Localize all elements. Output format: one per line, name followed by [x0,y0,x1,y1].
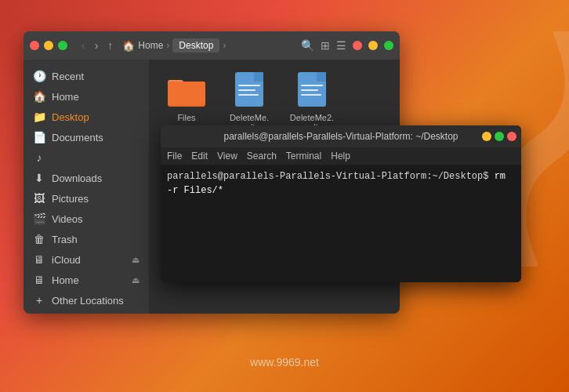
svg-rect-12 [301,85,323,86]
breadcrumb-end-sep: › [223,40,226,51]
search-icon[interactable]: 🔍 [301,39,314,52]
sidebar-item-pictures[interactable]: 🖼 Pictures [24,188,149,209]
watermark: www.9969.net [250,356,319,368]
file-item-deleteme1[interactable]: DeleteMe.odt [224,72,274,132]
sidebar-item-music[interactable]: ♪ [24,147,149,168]
sidebar-item-desktop[interactable]: 📁 Desktop [24,107,149,127]
svg-rect-13 [301,89,318,91]
file-item-deleteme2[interactable]: DeleteMe2.odt [287,72,337,132]
maximize-button[interactable] [58,41,67,50]
terminal-minimize-button[interactable] [482,132,491,141]
terminal-maximize-button[interactable] [495,132,504,141]
svg-rect-14 [301,94,321,96]
desktop-folder-icon: 📁 [33,111,45,123]
terminal-menubar: File Edit View Search Terminal Help [161,147,521,165]
sidebar-label-downloads: Downloads [52,172,102,184]
icloud-icon: 🖥 [33,253,45,266]
recent-icon: 🕐 [33,70,45,82]
sidebar-label-pictures: Pictures [52,193,89,205]
svg-rect-7 [238,89,256,91]
videos-icon: 🎬 [33,212,45,225]
sidebar-label-videos: Videos [52,213,83,225]
terminal-menu-view[interactable]: View [217,151,237,162]
home2-drive-icon: 🖥 [33,274,45,286]
sidebar-label-recent: Recent [52,71,84,82]
terminal-title: parallels@parallels-Parallels-Virtual-Pl… [223,131,458,142]
min-btn-2[interactable] [368,41,378,50]
svg-rect-11 [317,72,326,82]
sidebar: 🕐 Recent 🏠 Home 📁 Desktop 📄 Documents ♪ … [24,60,149,314]
sidebar-label-home2: Home [52,274,79,286]
music-icon: ♪ [33,151,45,164]
sidebar-label-trash: Trash [52,234,78,245]
home-icon: 🏠 [33,90,45,103]
sidebar-item-recent[interactable]: 🕐 Recent [24,66,149,86]
breadcrumb-separator: › [166,40,169,51]
terminal-titlebar: parallels@parallels-Parallels-Virtual-Pl… [161,125,521,147]
eject-icloud-button[interactable]: ⏏ [132,255,140,265]
close-button[interactable] [30,41,39,50]
doc-icon-deleteme2 [293,72,331,110]
sidebar-item-home[interactable]: 🏠 Home [24,86,149,107]
svg-rect-8 [238,94,259,96]
breadcrumb-home[interactable]: Home [138,40,163,51]
svg-rect-6 [238,85,260,86]
forward-button[interactable]: › [92,38,102,53]
sidebar-label-desktop: Desktop [52,111,89,123]
sidebar-item-other-locations[interactable]: + Other Locations [24,290,149,310]
documents-icon: 📄 [33,131,45,143]
back-button[interactable]: ‹ [78,38,89,53]
folder-icon-files [168,72,205,110]
terminal-menu-terminal[interactable]: Terminal [286,151,321,162]
close-btn-2[interactable] [353,41,362,50]
svg-rect-5 [254,72,263,82]
terminal-window: parallels@parallels-Parallels-Virtual-Pl… [161,125,521,282]
toolbar-actions: 🔍 ⊞ ☰ [301,39,393,52]
file-item-files[interactable]: Files [161,72,212,132]
sidebar-item-home2[interactable]: 🖥 Home ⏏ [24,270,149,290]
terminal-prompt-line: parallels@parallels-Parallels-Virtual-Pl… [167,169,515,198]
file-label-files: Files [177,113,195,122]
terminal-body[interactable]: parallels@parallels-Parallels-Virtual-Pl… [161,165,521,282]
up-button[interactable]: ↑ [104,38,116,53]
sidebar-item-downloads[interactable]: ⬇ Downloads [24,168,149,188]
max-btn-2[interactable] [384,41,393,50]
sidebar-item-icloud[interactable]: 🖥 iCloud ⏏ [24,249,149,270]
sidebar-item-documents[interactable]: 📄 Documents [24,127,149,147]
file-manager-titlebar: ‹ › ↑ 🏠 Home › Desktop › 🔍 ⊞ ☰ [24,31,400,60]
minimize-button[interactable] [44,41,53,50]
trash-icon: 🗑 [33,233,45,245]
sidebar-item-videos[interactable]: 🎬 Videos [24,209,149,229]
pictures-icon: 🖼 [33,192,45,205]
terminal-close-button[interactable] [507,132,516,141]
navigation-bar: ‹ › ↑ 🏠 Home › Desktop › 🔍 ⊞ ☰ [78,38,393,53]
terminal-menu-edit[interactable]: Edit [191,151,208,162]
view-options-icon[interactable]: ⊞ [321,39,330,52]
breadcrumb-current[interactable]: Desktop [172,38,219,53]
terminal-menu-file[interactable]: File [167,151,182,162]
sidebar-label-home: Home [52,91,79,103]
doc-icon-deleteme1 [230,72,268,110]
svg-rect-2 [168,82,205,105]
terminal-menu-search[interactable]: Search [247,151,277,162]
menu-icon[interactable]: ☰ [336,39,346,52]
watermark-text: www.9969.net [250,356,319,368]
downloads-icon: ⬇ [33,172,45,184]
other-locations-icon: + [33,294,45,307]
sidebar-label-documents: Documents [52,132,103,143]
terminal-prompt-text: parallels@parallels-Parallels-Virtual-Pl… [167,171,488,182]
sidebar-item-trash[interactable]: 🗑 Trash [24,229,149,249]
eject-home-button[interactable]: ⏏ [132,275,140,285]
home-nav-icon: 🏠 [122,40,135,52]
sidebar-label-other-locations: Other Locations [52,295,124,307]
terminal-menu-help[interactable]: Help [331,151,350,162]
breadcrumb: 🏠 Home › Desktop › [122,38,226,53]
sidebar-label-icloud: iCloud [52,254,81,266]
terminal-window-buttons [482,132,516,141]
